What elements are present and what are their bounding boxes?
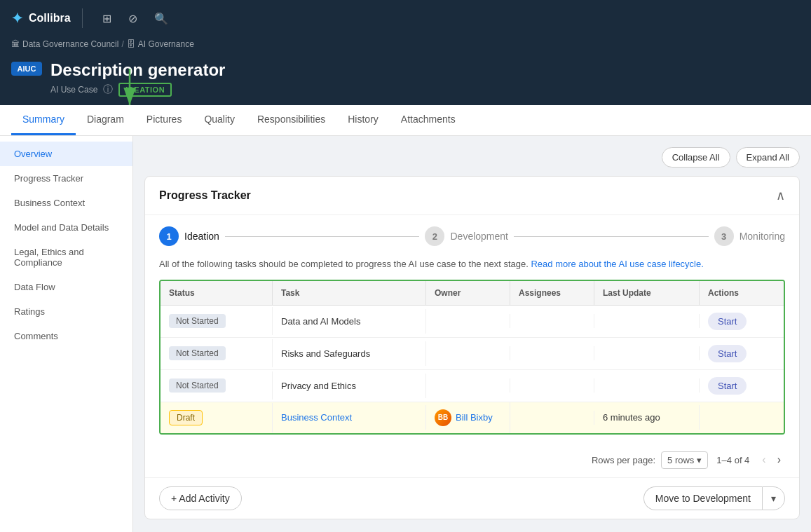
row1-assignees [510, 314, 594, 328]
content-area: Collapse All Expand All Progress Tracker… [133, 136, 811, 532]
breadcrumb-council[interactable]: Data Governance Council [22, 39, 118, 49]
page-nav: ‹ › [758, 452, 785, 468]
col-assignees: Assignees [510, 281, 594, 305]
ban-icon-button[interactable]: ⊘ [125, 9, 140, 28]
row1-task: Data and AI Models [273, 309, 426, 334]
tab-quality[interactable]: Quality [193, 105, 246, 135]
breadcrumb-icon-council: 🏛 [11, 39, 20, 49]
tab-responsibilities[interactable]: Responsibilities [246, 105, 336, 135]
row2-actions: Start [700, 338, 784, 369]
nav-icons: ⊞ ⊘ 🔍 [100, 9, 171, 28]
col-owner: Owner [426, 281, 510, 305]
owner-avatar: BB [435, 409, 451, 426]
sidebar-item-model-data[interactable]: Model and Data Details [0, 215, 132, 240]
start-button-3[interactable]: Start [708, 377, 747, 395]
row3-actions: Start [700, 370, 784, 402]
tab-history[interactable]: History [336, 105, 390, 135]
brand-name: Collibra [29, 12, 71, 25]
asset-type: AI Use Case [50, 85, 97, 95]
owner-link[interactable]: Bill Bixby [456, 412, 493, 423]
sidebar-item-ratings[interactable]: Ratings [0, 299, 132, 324]
stage-development: 2 Development [425, 226, 508, 246]
stage-progress: 1 Ideation 2 Development 3 Monitoring [145, 215, 799, 252]
owner-cell: BB Bill Bixby [435, 409, 501, 426]
row3-owner [426, 378, 510, 393]
tab-attachments[interactable]: Attachments [390, 105, 467, 135]
rows-per-page-select[interactable]: 5 rows ▾ [661, 451, 708, 469]
row4-assignees [510, 411, 594, 425]
table-row: Not Started Privacy and Ethics Start [161, 370, 784, 402]
move-dropdown-chevron: ▾ [771, 493, 776, 504]
stage-label-3: Monitoring [740, 231, 785, 242]
row1-last-update [594, 314, 700, 328]
brand-icon: ✦ [11, 10, 23, 27]
breadcrumb: 🏛 Data Governance Council / 🗄 AI Governa… [0, 36, 811, 55]
row1-actions: Start [700, 306, 784, 337]
search-icon-button[interactable]: 🔍 [151, 9, 171, 28]
task-table: Status Task Owner Assignees Last Update … [159, 280, 785, 435]
row2-owner [426, 346, 510, 360]
tracker-info-text: All of the following tasks should be com… [145, 252, 799, 280]
status-badge[interactable]: IDEATION [118, 83, 172, 97]
sidebar-item-legal-ethics[interactable]: Legal, Ethics and Compliance [0, 240, 132, 275]
business-context-link[interactable]: Business Context [281, 412, 352, 423]
asset-badge: AIUC [11, 62, 42, 76]
start-button-2[interactable]: Start [708, 345, 747, 362]
rows-per-page-label: Rows per page: [592, 455, 655, 465]
move-btn-group: Move to Development ▾ [643, 486, 785, 510]
table-row: Not Started Risks and Safeguards Start [161, 338, 784, 370]
tab-pictures[interactable]: Pictures [135, 105, 193, 135]
row4-owner: BB Bill Bixby [426, 402, 510, 433]
stage-label-2: Development [450, 231, 508, 242]
row3-task: Privacy and Ethics [273, 374, 426, 398]
stage-circle-1: 1 [159, 226, 179, 246]
collapse-tracker-icon[interactable]: ∧ [776, 188, 785, 203]
stage-circle-3: 3 [714, 226, 734, 246]
pagination-bar: Rows per page: 5 rows ▾ 1–4 of 4 ‹ › [145, 446, 799, 477]
breadcrumb-ai-governance[interactable]: AI Governance [138, 39, 194, 49]
row4-last-update: 6 minutes ago [594, 405, 700, 430]
col-actions: Actions [700, 281, 784, 305]
sidebar-item-progress-tracker[interactable]: Progress Tracker [0, 166, 132, 191]
sidebar-item-business-context[interactable]: Business Context [0, 191, 132, 215]
stage-monitoring: 3 Monitoring [714, 226, 785, 246]
prev-page-button[interactable]: ‹ [758, 452, 770, 468]
status-chip-not-started-1: Not Started [169, 314, 226, 328]
tab-diagram[interactable]: Diagram [76, 105, 135, 135]
info-icon[interactable]: ⓘ [103, 83, 113, 96]
stage-ideation: 1 Ideation [159, 226, 219, 246]
collapse-expand-bar: Collapse All Expand All [144, 147, 800, 168]
collapse-all-button[interactable]: Collapse All [662, 147, 730, 168]
row1-status: Not Started [161, 307, 273, 335]
page-header: AIUC Description generator AI Use Case ⓘ… [0, 55, 811, 105]
sidebar-item-overview[interactable]: Overview [0, 142, 132, 166]
brand-logo[interactable]: ✦ Collibra [11, 10, 71, 27]
row4-status: Draft [161, 403, 273, 432]
col-task: Task [273, 281, 426, 305]
row4-task: Business Context [273, 405, 426, 430]
status-chip-draft: Draft [169, 410, 203, 425]
stage-circle-2: 2 [425, 226, 444, 246]
move-dropdown-button[interactable]: ▾ [762, 486, 785, 510]
move-to-development-button[interactable]: Move to Development [643, 486, 762, 510]
start-button-1[interactable]: Start [708, 313, 747, 330]
stage-line-1 [225, 236, 420, 237]
grid-icon-button[interactable]: ⊞ [100, 9, 114, 28]
add-activity-button[interactable]: + Add Activity [159, 486, 242, 510]
tracker-card-title: Progress Tracker [159, 189, 251, 202]
next-page-button[interactable]: › [773, 452, 785, 468]
sidebar-item-data-flow[interactable]: Data Flow [0, 275, 132, 299]
row2-last-update [594, 346, 700, 360]
col-status: Status [161, 281, 273, 305]
sidebar-item-comments[interactable]: Comments [0, 324, 132, 348]
breadcrumb-icon-ai: 🗄 [127, 39, 135, 49]
main-content: Overview Progress Tracker Business Conte… [0, 136, 811, 532]
expand-all-button[interactable]: Expand All [736, 147, 800, 168]
rows-select-chevron: ▾ [697, 455, 702, 465]
row2-status: Not Started [161, 339, 273, 367]
tab-summary[interactable]: Summary [11, 105, 76, 135]
table-row: Not Started Data and AI Models Start [161, 306, 784, 338]
lifecycle-link[interactable]: Read more about the AI use case lifecycl… [531, 259, 703, 269]
stage-line-2 [514, 236, 709, 237]
page-title: Description generator [50, 60, 800, 80]
